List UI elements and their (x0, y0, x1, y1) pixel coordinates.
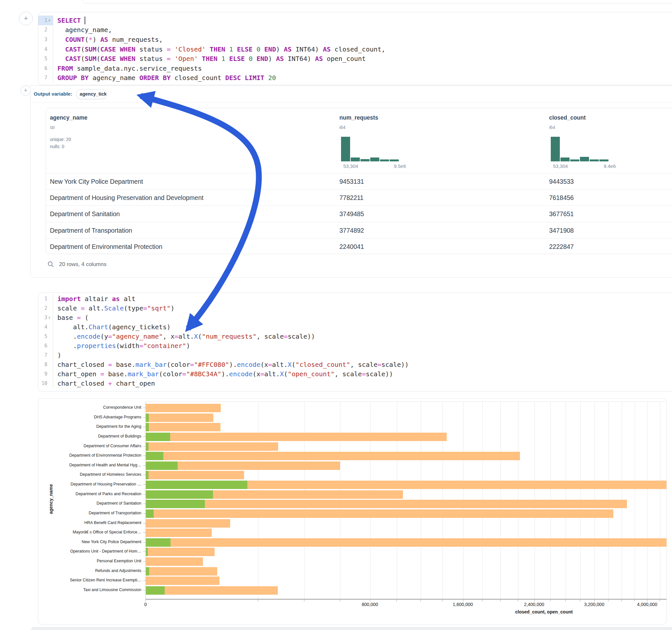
fold-chevron-icon[interactable]: ∨ (47, 19, 51, 22)
line-number-gutter: 10 (38, 379, 53, 388)
code-line[interactable]: 1∨SELECT (38, 16, 672, 25)
table-cell: 3471908 (549, 226, 574, 234)
y-axis-tick (143, 456, 146, 456)
table-cell: 7782211 (339, 194, 363, 201)
y-axis-tick (143, 465, 146, 466)
code-text: import altair as alt (53, 295, 136, 303)
table-row-count: 20 rows, 4 columns (59, 261, 106, 268)
histogram-bin (370, 158, 379, 162)
y-axis-tick (143, 427, 146, 427)
x-axis-tick (463, 600, 463, 602)
code-text: alt.Chart(agency_tickets) (53, 323, 170, 331)
output-variable-pill[interactable]: agency_tickets (76, 89, 107, 99)
histogram-bin (590, 160, 599, 162)
bar-open-count (146, 548, 148, 556)
line-number: 3 (44, 37, 47, 43)
x-axis-tick-label: 800,000 (362, 602, 378, 607)
code-line[interactable]: 6FROM sample_data.nyc.service_requests (38, 64, 672, 73)
code-text: chart_closed + chart_open (53, 380, 155, 387)
column-header[interactable]: agency_namestrunique: 20nulls: 0 (50, 108, 157, 173)
line-number: 6 (44, 66, 47, 71)
y-axis-title: agency_name (48, 480, 53, 518)
code-text: base = ( (53, 314, 89, 321)
code-line[interactable]: 3 COUNT(*) AS num_requests, (38, 35, 672, 44)
x-axis-tick (621, 600, 622, 602)
bar-closed-count (146, 442, 278, 451)
add-cell-button-middle[interactable]: + (20, 85, 31, 96)
column-type: i64 (339, 125, 345, 130)
line-number: 6 (44, 343, 47, 349)
y-axis-label: Department of Homeless Services (38, 472, 141, 477)
search-icon[interactable] (47, 261, 54, 268)
y-axis-tick (143, 561, 146, 562)
y-axis-tick (143, 408, 146, 408)
line-number: 5 (44, 334, 47, 339)
y-axis-tick (143, 475, 146, 475)
code-line[interactable]: 4 alt.Chart(agency_tickets) (38, 322, 672, 332)
code-line[interactable]: 2 agency_name, (38, 25, 672, 35)
line-number-gutter: 6 (38, 64, 53, 73)
y-axis-label: Personal Exemption Unit (38, 559, 141, 563)
y-axis-label: Department of Buildings (38, 434, 141, 438)
histogram-bin (551, 137, 560, 162)
y-axis-label: Mayorâ€ s Office of Special Enforce… (38, 530, 141, 534)
code-text: FROM sample_data.nyc.service_requests (53, 65, 202, 72)
add-cell-button-top[interactable]: + (19, 12, 33, 25)
code-text: chart_open = base.mark_bar(color="#8BC34… (53, 370, 393, 378)
bar-open-count (146, 433, 170, 441)
bar-open-count (146, 567, 149, 576)
x-axis-tick (608, 600, 608, 602)
y-axis-tick (143, 446, 146, 446)
bar-closed-count (146, 557, 203, 566)
table-row[interactable]: Department of Environmental Protection22… (46, 238, 672, 254)
code-line[interactable]: 7) (38, 350, 672, 360)
bar-closed-count (146, 404, 221, 412)
table-row[interactable]: Department of Transportation377489234719… (46, 222, 672, 239)
next-cell-edge (31, 627, 672, 630)
table-row[interactable]: Department of Sanitation37494853677651 (46, 205, 672, 222)
x-axis-tick (421, 600, 421, 602)
code-line[interactable]: 5 CAST(SUM(CASE WHEN status = 'Open' THE… (38, 54, 672, 64)
code-line[interactable]: 8chart_closed = base.mark_bar(color="#FF… (38, 360, 672, 369)
y-axis-tick (143, 552, 146, 552)
table-cell: 9443533 (549, 178, 574, 185)
python-code-editor[interactable]: 1import altair as alt2scale = alt.Scale(… (38, 292, 672, 391)
code-line[interactable]: 3∨base = ( (38, 313, 672, 322)
bar-closed-count (146, 548, 215, 556)
code-line[interactable]: 1import altair as alt (38, 294, 672, 303)
x-axis-tick-label: 0 (144, 602, 147, 607)
code-line[interactable]: 9chart_open = base.mark_bar(color="#8BC3… (38, 369, 672, 379)
y-axis-label: Senior Citizen Rent Increase Exempti… (38, 578, 141, 582)
table-cell: 7618456 (549, 194, 574, 201)
column-name: closed_count (549, 114, 586, 121)
line-number-gutter: 8 (38, 360, 53, 369)
table-row[interactable]: Department of Housing Preservation and D… (46, 189, 672, 206)
sql-code-editor[interactable]: 1∨SELECT 2 agency_name,3 COUNT(*) AS num… (38, 12, 672, 85)
fold-chevron-icon[interactable]: ∨ (47, 316, 51, 319)
bar-closed-count (146, 509, 613, 518)
y-axis-tick (143, 571, 146, 571)
table-row[interactable]: New York City Police Department945313194… (46, 173, 672, 190)
y-axis-tick (143, 532, 146, 533)
code-line[interactable]: 7GROUP BY agency_name ORDER BY closed_co… (38, 73, 672, 83)
column-header[interactable]: num_requestsi6453,3049.5e6 (339, 108, 447, 173)
code-line[interactable]: 5 .encode(y="agency_name", x=alt.X("num_… (38, 332, 672, 341)
column-header[interactable]: closed_counti6453,3049.4e6 (549, 108, 656, 173)
x-axis-tick (647, 600, 647, 602)
code-text: scale = alt.Scale(type="sqrt") (53, 304, 174, 312)
column-stat: nulls: 0 (50, 144, 64, 149)
x-axis-tick (565, 600, 566, 602)
x-axis-tick-label: 2,400,000 (524, 602, 544, 607)
code-line[interactable]: 4 CAST(SUM(CASE WHEN status = 'Closed' T… (38, 44, 672, 54)
column-name: num_requests (339, 114, 378, 121)
column-name: agency_name (50, 114, 88, 121)
code-line[interactable]: 10chart_closed + chart_open (38, 379, 672, 388)
histogram-bin (580, 157, 589, 162)
code-line[interactable]: 6 .properties(width="container") (38, 341, 672, 350)
y-axis-tick (143, 590, 146, 590)
table-cell: Department of Housing Preservation and D… (50, 194, 203, 201)
y-axis-label: Department of Transportation (38, 511, 141, 515)
line-number: 8 (44, 362, 47, 367)
code-line[interactable]: 2scale = alt.Scale(type="sqrt") (38, 303, 672, 313)
line-number: 4 (44, 46, 47, 52)
